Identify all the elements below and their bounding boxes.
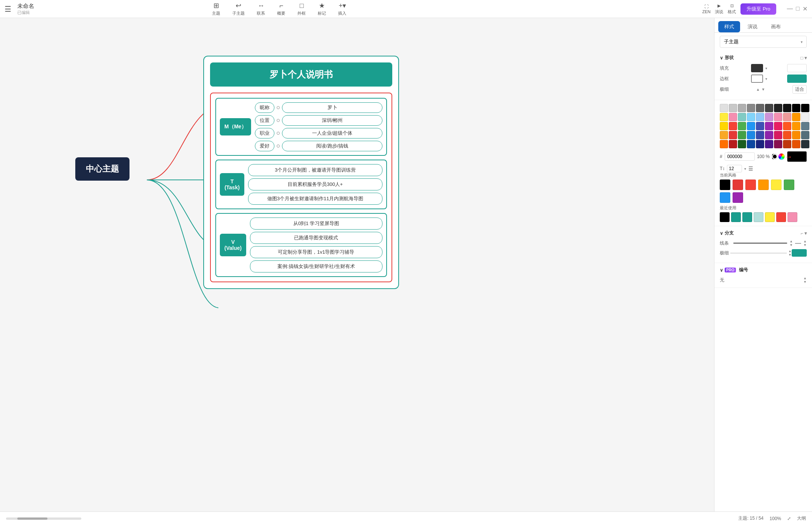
tool-mark[interactable]: ★ 标记: [318, 2, 326, 16]
current-style-swatch[interactable]: [720, 180, 730, 190]
border-color-teal[interactable]: [787, 75, 807, 83]
font-size-input[interactable]: [727, 165, 742, 172]
palette-swatch[interactable]: [783, 113, 791, 121]
palette-swatch[interactable]: [774, 131, 782, 139]
palette-swatch[interactable]: [783, 104, 791, 112]
value-item-1[interactable]: 已跑通导图变现模式: [250, 232, 382, 244]
value-item-2[interactable]: 可定制分享导图，1v1导图学习辅导: [250, 246, 382, 258]
current-style-swatch[interactable]: [733, 192, 743, 203]
fill-preview[interactable]: [751, 64, 763, 72]
value-item-3[interactable]: 案例:搞钱女孩/生财研学社/生财有术: [250, 260, 382, 272]
task-item-0[interactable]: 3个月公开制图，被邀请开导图训练营: [248, 164, 382, 176]
maximize-button[interactable]: □: [796, 5, 800, 12]
palette-swatch[interactable]: [720, 140, 728, 148]
palette-swatch[interactable]: [720, 131, 728, 139]
palette-swatch[interactable]: [738, 104, 746, 112]
palette-swatch[interactable]: [729, 122, 737, 130]
palette-swatch[interactable]: [792, 113, 800, 121]
palette-swatch[interactable]: [729, 140, 737, 148]
numbering-up[interactable]: ▲: [803, 276, 807, 280]
tool-link[interactable]: ↔ 联系: [257, 2, 265, 16]
tool-theme[interactable]: ⊞ 主题: [212, 2, 220, 16]
recent-color-swatch[interactable]: [788, 212, 797, 222]
palette-swatch[interactable]: [774, 113, 782, 121]
val-job[interactable]: 一人企业/超级个体: [282, 128, 382, 138]
align-center-icon[interactable]: ☰: [748, 166, 753, 172]
palette-swatch[interactable]: [738, 140, 746, 148]
collapse-icon[interactable]: ∨: [720, 55, 723, 61]
palette-swatch[interactable]: [729, 104, 737, 112]
val-hobby[interactable]: 阅读/跑步/搞钱: [282, 141, 382, 151]
recent-color-swatch[interactable]: [765, 212, 775, 222]
palette-swatch[interactable]: [756, 140, 764, 148]
palette-swatch[interactable]: [774, 122, 782, 130]
current-style-swatch[interactable]: [758, 180, 769, 190]
palette-swatch[interactable]: [747, 131, 755, 139]
dash-stepper-down[interactable]: ▼: [803, 243, 807, 247]
current-style-swatch[interactable]: [784, 180, 794, 190]
format-button[interactable]: ⊡ 格式: [728, 3, 736, 15]
palette-swatch[interactable]: [792, 122, 800, 130]
palette-swatch[interactable]: [756, 122, 764, 130]
main-title-node[interactable]: 罗卜个人说明书: [210, 62, 392, 87]
palette-swatch[interactable]: [720, 113, 728, 121]
palette-swatch[interactable]: [756, 113, 764, 121]
tool-summary[interactable]: ⌐ 概要: [277, 2, 285, 16]
palette-swatch[interactable]: [792, 140, 800, 148]
palette-swatch[interactable]: [783, 140, 791, 148]
recent-color-swatch[interactable]: [742, 212, 752, 222]
fill-color-picker[interactable]: [787, 64, 807, 72]
palette-swatch[interactable]: [774, 140, 782, 148]
branch-collapse-icon[interactable]: ∨: [720, 231, 723, 236]
palette-swatch[interactable]: [801, 122, 809, 130]
recent-color-swatch[interactable]: [731, 212, 741, 222]
current-style-swatch[interactable]: [745, 180, 756, 190]
val-location[interactable]: 深圳/郴州: [282, 115, 382, 126]
branch-thickness-up[interactable]: ▲: [788, 249, 792, 253]
branch-thickness-slider[interactable]: [730, 253, 787, 253]
task-item-1[interactable]: 目前累积服务学员300人+: [248, 178, 382, 190]
thickness-down[interactable]: ▼: [762, 88, 765, 91]
palette-swatch[interactable]: [783, 131, 791, 139]
current-style-swatch[interactable]: [771, 180, 782, 190]
minimize-button[interactable]: —: [787, 5, 793, 12]
branch-expand[interactable]: ⌐ ▾: [801, 231, 807, 236]
numbering-collapse-icon[interactable]: ∨: [720, 268, 723, 273]
tab-presentation[interactable]: 演说: [742, 21, 763, 32]
task-label[interactable]: T (Task): [220, 173, 244, 196]
shape-collapse[interactable]: □ ▾: [800, 55, 807, 61]
palette-swatch[interactable]: [747, 104, 755, 112]
palette-swatch[interactable]: [765, 104, 773, 112]
task-item-2[interactable]: 做图3个月被生财邀请制作11月内测航海导图: [248, 193, 382, 205]
palette-swatch[interactable]: [738, 113, 746, 121]
line-stepper-up[interactable]: ▲: [789, 239, 793, 243]
palette-swatch[interactable]: [747, 122, 755, 130]
val-nickname[interactable]: 罗卜: [282, 102, 382, 113]
slider-thumb[interactable]: [772, 154, 777, 159]
value-item-0[interactable]: 从0到1 学习竖屏导图: [250, 218, 382, 230]
palette-swatch[interactable]: [774, 104, 782, 112]
font-size-chevron[interactable]: ▾: [744, 167, 746, 171]
palette-swatch[interactable]: [765, 122, 773, 130]
palette-swatch[interactable]: [756, 131, 764, 139]
color-slider[interactable]: [772, 154, 777, 159]
palette-swatch[interactable]: [729, 113, 737, 121]
me-label[interactable]: M（Me）: [220, 118, 251, 135]
palette-swatch[interactable]: [792, 104, 800, 112]
palette-swatch[interactable]: [738, 122, 746, 130]
palette-swatch[interactable]: [747, 113, 755, 121]
sub-theme-dropdown[interactable]: 子主题 ▾: [720, 36, 807, 48]
palette-swatch[interactable]: [738, 131, 746, 139]
branch-thickness-down[interactable]: ▼: [788, 253, 792, 257]
fill-chevron[interactable]: ▾: [765, 66, 767, 70]
recent-color-swatch[interactable]: [776, 212, 786, 222]
border-chevron[interactable]: ▾: [765, 77, 767, 81]
palette-swatch[interactable]: [720, 122, 728, 130]
menu-icon[interactable]: ☰: [5, 5, 11, 14]
palette-swatch[interactable]: [756, 104, 764, 112]
dash-stepper-up[interactable]: ▲: [803, 239, 807, 243]
zoom-level[interactable]: 100%: [769, 516, 781, 521]
zen-button[interactable]: ⛶ ZEN: [702, 4, 710, 14]
canvas[interactable]: 中心主题 罗卜个人说明书 M（Me） 昵称 罗卜: [0, 18, 714, 511]
value-label[interactable]: V (Value): [220, 234, 246, 256]
